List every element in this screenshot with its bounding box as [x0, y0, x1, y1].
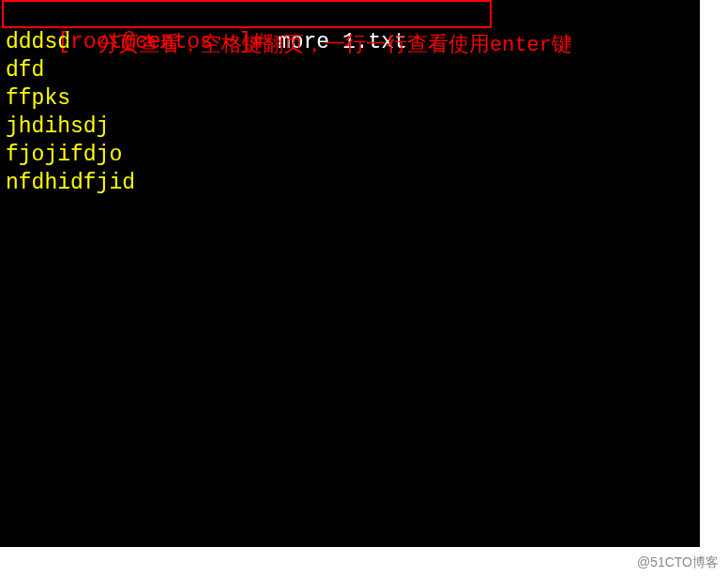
output-line: nfdhidfjid — [6, 169, 135, 197]
output-line: jhdihsdj — [6, 113, 135, 141]
annotation-text: 分页查看，空格键翻页，一行一行查看使用enter键 — [98, 32, 679, 60]
output-line: dfd — [6, 56, 135, 84]
terminal-window[interactable]: [root@centos ~]# more 1.txt dddsd dfd ff… — [0, 0, 700, 547]
output-line: ffpks — [6, 84, 135, 113]
output-line: fjojifdjo — [6, 141, 135, 169]
watermark: @51CTO博客 — [637, 554, 719, 571]
